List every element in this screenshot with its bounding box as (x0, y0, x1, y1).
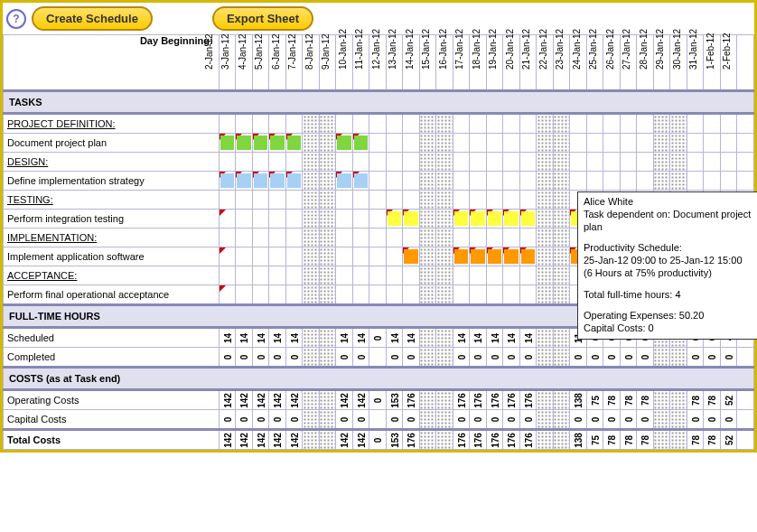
grid-cell[interactable] (436, 134, 453, 153)
grid-cell[interactable] (303, 210, 320, 229)
grid-cell[interactable] (236, 191, 253, 210)
grid-cell[interactable] (537, 191, 554, 210)
grid-cell[interactable] (553, 134, 570, 153)
grid-cell[interactable] (519, 285, 537, 305)
grid-cell[interactable] (419, 247, 436, 266)
grid-cell[interactable] (486, 153, 503, 172)
grid-cell[interactable] (219, 285, 236, 305)
grid-cell[interactable] (519, 153, 537, 172)
grid-cell[interactable] (519, 134, 537, 153)
grid-cell[interactable] (519, 172, 537, 191)
grid-cell[interactable] (537, 285, 554, 305)
grid-cell[interactable] (236, 172, 253, 191)
grid-cell[interactable] (620, 153, 637, 172)
grid-cell[interactable] (269, 247, 286, 266)
grid-cell[interactable] (553, 285, 570, 305)
grid-cell[interactable] (369, 134, 387, 153)
grid-cell[interactable] (553, 229, 570, 247)
grid-cell[interactable] (419, 172, 436, 191)
grid-cell[interactable] (319, 191, 336, 210)
grid-cell[interactable] (419, 266, 436, 285)
grid-cell[interactable] (386, 247, 403, 266)
grid-cell[interactable] (687, 172, 704, 191)
grid-cell[interactable] (319, 172, 336, 191)
grid-cell[interactable] (352, 191, 369, 210)
grid-cell[interactable] (503, 191, 520, 210)
grid-cell[interactable] (252, 134, 269, 153)
grid-cell[interactable] (369, 114, 387, 134)
grid-cell[interactable] (319, 247, 336, 266)
grid-cell[interactable] (252, 229, 269, 247)
grid-cell[interactable] (737, 153, 754, 172)
grid-cell[interactable] (352, 134, 369, 153)
grid-cell[interactable] (269, 191, 286, 210)
grid-cell[interactable] (352, 153, 369, 172)
grid-cell[interactable] (285, 247, 303, 266)
grid-cell[interactable] (336, 229, 353, 247)
grid-cell[interactable] (503, 247, 520, 266)
grid-cell[interactable] (336, 114, 353, 134)
grid-cell[interactable] (285, 172, 303, 191)
grid-cell[interactable] (269, 114, 286, 134)
grid-cell[interactable] (403, 172, 420, 191)
grid-cell[interactable] (285, 266, 303, 285)
grid-cell[interactable] (720, 134, 737, 153)
grid-cell[interactable] (503, 114, 520, 134)
grid-cell[interactable] (269, 229, 286, 247)
grid-cell[interactable] (252, 210, 269, 229)
grid-cell[interactable] (553, 172, 570, 191)
grid-cell[interactable] (352, 210, 369, 229)
grid-cell[interactable] (553, 210, 570, 229)
grid-cell[interactable] (219, 172, 236, 191)
grid-cell[interactable] (470, 153, 487, 172)
grid-cell[interactable] (252, 266, 269, 285)
grid-cell[interactable] (386, 210, 403, 229)
grid-cell[interactable] (670, 134, 687, 153)
grid-cell[interactable] (369, 266, 387, 285)
grid-cell[interactable] (419, 114, 436, 134)
grid-cell[interactable] (653, 114, 670, 134)
grid-cell[interactable] (386, 191, 403, 210)
grid-cell[interactable] (553, 247, 570, 266)
grid-cell[interactable] (336, 153, 353, 172)
grid-cell[interactable] (236, 229, 253, 247)
grid-cell[interactable] (537, 153, 554, 172)
grid-cell[interactable] (319, 266, 336, 285)
grid-cell[interactable] (453, 285, 470, 305)
grid-cell[interactable] (336, 172, 353, 191)
grid-cell[interactable] (537, 210, 554, 229)
grid-cell[interactable] (603, 134, 621, 153)
grid-cell[interactable] (436, 114, 453, 134)
grid-cell[interactable] (620, 134, 637, 153)
grid-cell[interactable] (486, 191, 503, 210)
grid-cell[interactable] (503, 266, 520, 285)
task-row[interactable]: Perform integration testing (4, 210, 220, 229)
grid-cell[interactable] (470, 114, 487, 134)
grid-cell[interactable] (369, 210, 387, 229)
grid-cell[interactable] (403, 247, 420, 266)
grid-cell[interactable] (419, 210, 436, 229)
grid-cell[interactable] (586, 134, 603, 153)
grid-cell[interactable] (453, 229, 470, 247)
grid-cell[interactable] (369, 229, 387, 247)
grid-cell[interactable] (537, 229, 554, 247)
grid-cell[interactable] (403, 114, 420, 134)
grid-cell[interactable] (403, 266, 420, 285)
grid-cell[interactable] (486, 229, 503, 247)
grid-cell[interactable] (352, 247, 369, 266)
grid-cell[interactable] (369, 247, 387, 266)
grid-cell[interactable] (453, 247, 470, 266)
grid-cell[interactable] (637, 114, 654, 134)
grid-cell[interactable] (436, 191, 453, 210)
grid-cell[interactable] (486, 134, 503, 153)
grid-cell[interactable] (486, 285, 503, 305)
grid-cell[interactable] (285, 285, 303, 305)
grid-cell[interactable] (704, 114, 721, 134)
grid-cell[interactable] (586, 114, 603, 134)
grid-cell[interactable] (436, 229, 453, 247)
grid-cell[interactable] (285, 153, 303, 172)
grid-cell[interactable] (303, 153, 320, 172)
grid-cell[interactable] (403, 134, 420, 153)
grid-cell[interactable] (236, 247, 253, 266)
grid-cell[interactable] (252, 172, 269, 191)
